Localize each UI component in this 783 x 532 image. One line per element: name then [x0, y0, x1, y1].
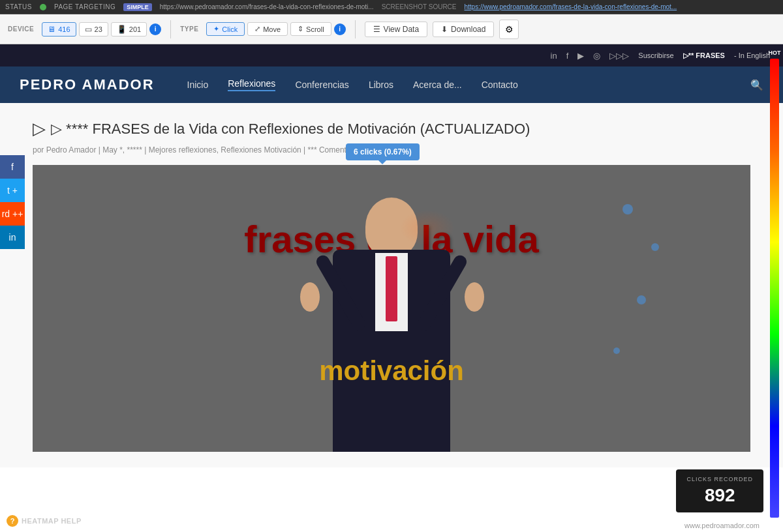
blue-dot-1	[622, 204, 633, 214]
help-label: HEATMAP HELP	[22, 517, 82, 525]
scroll-icon: ⇕	[298, 25, 303, 33]
mobile-icon: 📱	[117, 25, 127, 34]
clicks-recorded-box: CLICKS RECORDED 892	[676, 469, 763, 512]
type-scroll-button[interactable]: ⇕ Scroll	[290, 22, 331, 36]
site-top-bar: in f ▶ ◎ ▷▷▷ Suscribirse ▷** FRASES - In…	[0, 44, 783, 66]
search-icon[interactable]: 🔍	[750, 79, 763, 91]
article-title: ▷ ▷ **** FRASES de la Vida con Reflexion…	[33, 119, 750, 139]
site-nav: PEDRO AMADOR Inicio Reflexiones Conferen…	[0, 66, 783, 103]
clicks-label: CLICKS RECORDED	[686, 476, 753, 482]
hot-label: HOT	[769, 50, 781, 56]
device-label: DEVICE	[8, 25, 34, 33]
move-icon: ⤢	[254, 25, 260, 33]
device-info-button[interactable]: i	[149, 23, 161, 35]
download-icon: ⬇	[441, 25, 448, 34]
linkedin-share-button[interactable]: in	[0, 226, 25, 249]
clicks-number: 892	[686, 485, 753, 506]
blue-dot-3	[637, 295, 646, 304]
click-tooltip: 6 clicks (0.67%)	[346, 143, 420, 160]
nav-inicio[interactable]: Inicio	[187, 80, 209, 90]
nav-libros[interactable]: Libros	[369, 80, 393, 90]
device-buttons: 🖥 416 ▭ 23 📱 201 i	[42, 22, 161, 37]
page-url: https://www.pedroamador.com/frases-de-la…	[160, 3, 374, 10]
play-icon: ▷	[33, 119, 46, 139]
screenshot-url[interactable]: https://www.pedroamador.com/frases-de-la…	[465, 3, 677, 10]
site-logo: PEDRO AMADOR	[20, 76, 155, 93]
nav-reflexiones[interactable]: Reflexiones	[228, 78, 275, 91]
website-container: in f ▶ ◎ ▷▷▷ Suscribirse ▷** FRASES - In…	[0, 44, 783, 532]
suscribirse-link[interactable]: Suscribirse	[638, 52, 673, 59]
view-data-icon: ☰	[373, 25, 380, 34]
desktop-count: 416	[58, 25, 70, 33]
divider-1	[170, 20, 171, 38]
tablet-count: 23	[95, 25, 102, 33]
view-data-button[interactable]: ☰ View Data	[365, 22, 427, 37]
toolbar: DEVICE 🖥 416 ▭ 23 📱 201 i TYPE ✦ Click ⤢…	[0, 14, 783, 44]
desktop-icon: 🖥	[48, 25, 55, 34]
facebook-icon: f	[566, 51, 569, 61]
nav-acerca[interactable]: Acerca de...	[413, 80, 462, 90]
scroll-label: Scroll	[306, 25, 324, 33]
blue-dot-4	[613, 347, 620, 354]
blue-dot-2	[651, 243, 659, 251]
tablet-icon: ▭	[85, 25, 92, 34]
view-data-label: View Data	[384, 25, 419, 34]
video-text-motivacion: motivación	[319, 355, 464, 387]
click-icon: ✦	[213, 25, 219, 33]
main-content: in f ▶ ◎ ▷▷▷ Suscribirse ▷** FRASES - In…	[0, 44, 783, 532]
twitter-share-button[interactable]: t +	[0, 179, 25, 202]
video-area: frases de la vida	[33, 165, 750, 452]
status-bar: STATUS PAGE TARGETING SIMPLE https://www…	[0, 0, 783, 14]
youtube-icon: ▶	[577, 51, 584, 61]
facebook-share-button[interactable]: f	[0, 155, 25, 179]
move-label: Move	[263, 25, 281, 33]
social-sidebar: f t + rd ++ in	[0, 155, 25, 249]
english-link[interactable]: - In English	[734, 52, 770, 59]
person-figure	[281, 191, 502, 452]
screenshot-source-label: SCREENSHOT SOURCE	[382, 3, 457, 10]
help-icon: ?	[7, 515, 18, 527]
site-footer-url: www.pedroamador.com	[684, 522, 760, 529]
nav-contacto[interactable]: Contacto	[482, 80, 518, 90]
rss-icon: ▷▷▷	[609, 51, 629, 61]
cold-label: COLD	[766, 520, 783, 527]
instagram-icon: ◎	[593, 51, 600, 61]
download-button[interactable]: ⬇ Download	[433, 22, 494, 37]
type-click-button[interactable]: ✦ Click	[206, 22, 245, 36]
frases-link[interactable]: ▷** FRASES	[683, 52, 725, 60]
settings-button[interactable]: ⚙	[499, 20, 519, 39]
type-info-button[interactable]: i	[334, 23, 346, 35]
page-targeting-badge: SIMPLE	[123, 3, 152, 11]
heatmap-legend: HOT COLD	[766, 44, 783, 532]
nav-conferencias[interactable]: Conferencias	[295, 80, 349, 90]
page-targeting-label: PAGE TARGETING	[54, 3, 115, 10]
divider-2	[355, 20, 356, 38]
device-desktop-button[interactable]: 🖥 416	[42, 22, 76, 37]
status-label: STATUS	[5, 3, 32, 10]
type-buttons: ✦ Click ⤢ Move ⇕ Scroll i	[206, 22, 345, 36]
device-tablet-button[interactable]: ▭ 23	[79, 22, 108, 37]
heatmap-help-button[interactable]: ? HEATMAP HELP	[7, 515, 82, 527]
legend-gradient	[770, 59, 779, 518]
type-label: TYPE	[180, 25, 198, 33]
status-indicator	[40, 4, 46, 10]
download-label: Download	[451, 25, 485, 34]
device-mobile-button[interactable]: 📱 201	[111, 22, 147, 37]
gear-icon: ⚙	[505, 24, 514, 35]
linkedin-icon: in	[551, 51, 557, 61]
type-move-button[interactable]: ⤢ Move	[247, 22, 288, 36]
mobile-count: 201	[129, 25, 141, 33]
click-label: Click	[222, 25, 238, 33]
reddit-share-button[interactable]: rd ++	[0, 202, 25, 226]
